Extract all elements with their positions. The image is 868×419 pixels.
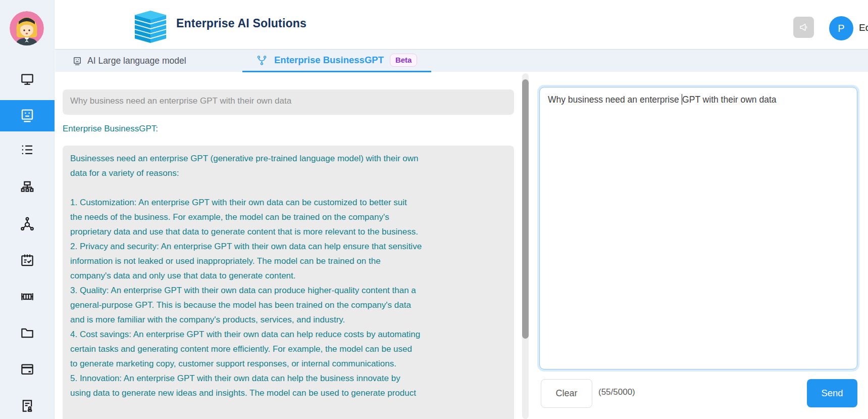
profile-avatar[interactable] [10,11,44,45]
sidebar-item-schedule[interactable] [0,245,55,276]
send-button[interactable]: Send [807,379,857,407]
chat-scrollbar-thumb[interactable] [522,79,529,339]
sidebar-item-media[interactable] [0,281,55,312]
certificate-icon [20,398,35,413]
clear-button[interactable]: Clear [541,379,592,408]
list-icon [20,143,35,158]
sidebar-item-ai-chat[interactable] [0,100,55,131]
molecule-icon [20,216,35,231]
clear-button-label: Clear [555,388,577,399]
user-question-bubble: Why business need an enterprise GPT with… [63,89,514,115]
sidebar-item-contracts[interactable] [0,390,55,419]
prompt-text-before-cursor: Why business need an enterprise [548,95,682,105]
tab-label: AI Large language model [87,56,186,66]
app-window: Enterprise AI Solutions P Edouarzin AI L… [0,0,868,419]
model-response-bubble: Businesses need an enterprise GPT (gener… [63,146,514,419]
monitor-icon [20,72,35,87]
sidebar [0,0,55,419]
film-icon [20,289,35,304]
header: Enterprise AI Solutions P Edouarzin [55,0,868,49]
announcement-button[interactable] [793,17,814,38]
robot-face-icon [72,56,82,66]
model-response-label: Enterprise BusinessGPT: [63,124,158,134]
megaphone-icon [798,22,809,33]
sidebar-item-list[interactable] [0,134,55,166]
tab-ai-large-language-model[interactable]: AI Large language model [72,50,186,72]
tab-bar: AI Large language model Enterprise Busin… [55,49,868,72]
folder-icon [20,325,35,341]
branch-icon [257,55,267,66]
app-logo [131,11,170,44]
beta-badge: Beta [390,54,418,67]
sidebar-item-org-chart[interactable] [0,172,55,203]
woman-avatar-icon [10,11,44,45]
user-name[interactable]: Edouarzin [859,22,868,33]
character-counter: (55/5000) [598,387,635,397]
sidebar-item-billing[interactable] [0,354,55,385]
sidebar-item-files[interactable] [0,317,55,349]
card-icon [20,362,35,377]
send-button-label: Send [821,388,843,399]
sidebar-item-network[interactable] [0,208,55,240]
user-avatar-initial: P [838,23,844,34]
prompt-text-after-cursor: GPT with their own data [682,95,776,105]
prompt-textarea[interactable]: Why business need an enterprise GPT with… [539,87,857,369]
layers-stack-icon [131,11,170,44]
robot-face-icon [19,108,35,124]
tab-enterprise-businessgpt[interactable]: Enterprise BusinessGPT Beta [242,50,431,72]
user-avatar[interactable]: P [829,16,853,40]
sidebar-item-dashboard[interactable] [0,64,55,95]
tab-label: Enterprise BusinessGPT [274,55,384,66]
sitemap-icon [20,180,35,195]
calendar-check-icon [20,253,35,268]
page-title: Enterprise AI Solutions [176,17,307,30]
